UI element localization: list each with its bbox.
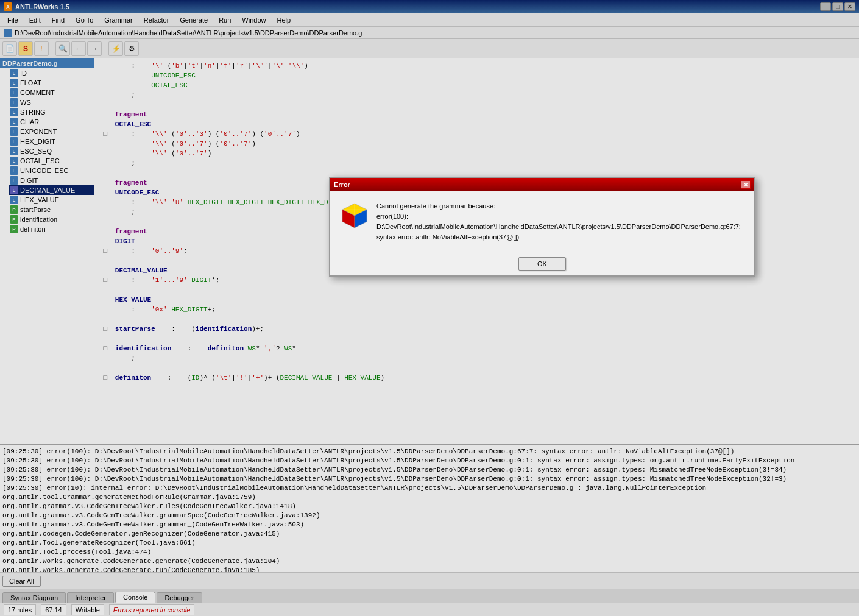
error-dialog: Error ✕ Cannot generate the grammar beca… <box>329 177 755 277</box>
dialog-line2: error(100): <box>376 211 744 222</box>
dialog-title-text: Error <box>334 181 350 188</box>
dialog-line1: Cannot generate the grammar because: <box>376 201 744 211</box>
dialog-overlay: Error ✕ Cannot generate the grammar beca… <box>0 0 859 616</box>
dialog-line3: D:\DevRoot\IndustrialMobileAutomation\Ha… <box>376 222 744 232</box>
error-cube-icon <box>340 201 369 230</box>
ok-button[interactable]: OK <box>518 257 566 271</box>
dialog-line4: syntax error: antlr: NoViableAltExceptio… <box>376 232 744 243</box>
dialog-message: Cannot generate the grammar because: err… <box>376 201 744 243</box>
dialog-content: Cannot generate the grammar because: err… <box>330 191 754 252</box>
dialog-footer: OK <box>330 252 754 275</box>
dialog-title-bar: Error ✕ <box>330 178 754 191</box>
dialog-close-button[interactable]: ✕ <box>741 180 751 189</box>
